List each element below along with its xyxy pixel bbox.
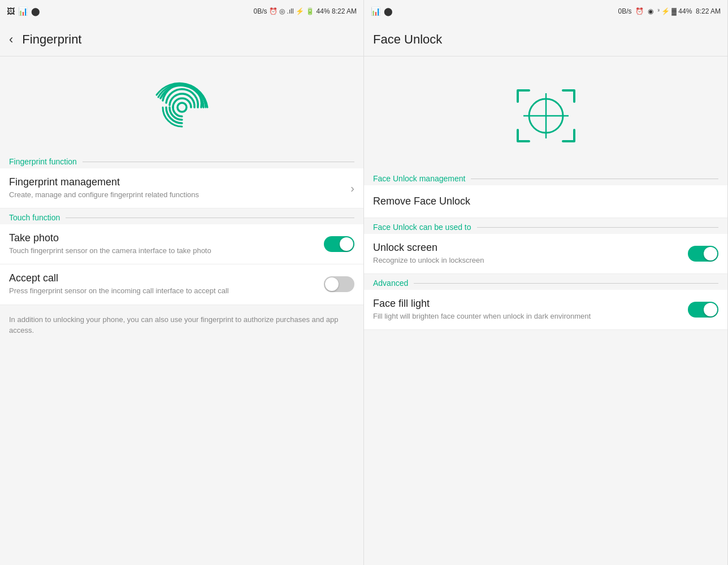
- chevron-right-icon: ›: [350, 182, 354, 195]
- remove-face-unlock-item[interactable]: Remove Face Unlock: [364, 185, 727, 218]
- fingerprint-management-item[interactable]: Fingerprint management Create, manage an…: [0, 168, 363, 208]
- fingerprint-content: Fingerprint function Fingerprint managem…: [0, 56, 363, 565]
- take-photo-item: Take photo Touch fingerprint sensor on t…: [0, 224, 363, 264]
- unlock-screen-toggle[interactable]: [688, 246, 718, 262]
- image-icon: 🖼: [7, 7, 15, 16]
- fingerprint-title: Fingerprint: [22, 32, 81, 47]
- face-scan-icon: [512, 85, 580, 147]
- fingerprint-management-text: Fingerprint management Create, manage an…: [9, 176, 345, 200]
- unlock-screen-toggle-knob: [704, 247, 717, 260]
- face-fill-light-toggle[interactable]: [688, 302, 718, 318]
- status-right-right-icons: 0B/s ⏰ ◉ ᵌ ⚡ ▓ 44% 8:22 AM: [618, 7, 721, 15]
- accept-call-title: Accept call: [9, 272, 324, 284]
- unlock-screen-item: Unlock screen Recognize to unlock in loc…: [364, 234, 727, 274]
- section-advanced: Advanced: [364, 274, 727, 290]
- take-photo-subtitle: Touch fingerprint sensor on the camera i…: [9, 246, 252, 256]
- face-unlock-header: Face Unlock: [364, 23, 727, 56]
- accept-call-toggle-knob: [325, 277, 339, 291]
- face-fill-light-text: Face fill light Fill light will brighten…: [373, 298, 688, 321]
- status-right-left-icons: 📊 ⬤: [371, 7, 393, 16]
- fingerprint-panel: 🖼 📊 ⬤ 0B/s ⏰ ◎ .ıll ⚡ 🔋 44% 8:22 AM ‹ Fi…: [0, 0, 364, 565]
- network-speed-right: 0B/s ⏰ ◉ ᵌ ⚡ ▓ 44% 8:22 AM: [618, 7, 721, 15]
- section-face-unlock-management: Face Unlock management: [364, 169, 727, 185]
- status-right-icons: 0B/s ⏰ ◎ .ıll ⚡ 🔋 44% 8:22 AM: [254, 7, 357, 15]
- network-speed: 0B/s ⏰ ◎ .ıll ⚡ 🔋 44% 8:22 AM: [254, 7, 357, 15]
- section-fingerprint-function: Fingerprint function: [0, 153, 363, 168]
- circle-icon-right: ⬤: [384, 7, 393, 16]
- face-fill-light-toggle-knob: [704, 303, 717, 316]
- accept-call-toggle[interactable]: [324, 276, 354, 292]
- unlock-screen-text: Unlock screen Recognize to unlock in loc…: [373, 242, 688, 266]
- status-left-icons: 🖼 📊 ⬤: [7, 7, 40, 16]
- fingerprint-icon: [148, 73, 216, 141]
- activity-icon: 📊: [18, 7, 28, 16]
- section-face-unlock-use: Face Unlock can be used to: [364, 218, 727, 234]
- accept-call-subtitle: Press fingerprint sensor on the incoming…: [9, 286, 252, 296]
- face-fill-light-item: Face fill light Fill light will brighten…: [364, 290, 727, 330]
- section-touch-function: Touch function: [0, 208, 363, 224]
- status-bar-right: 📊 ⬤ 0B/s ⏰ ◉ ᵌ ⚡ ▓ 44% 8:22 AM: [364, 0, 727, 23]
- take-photo-text: Take photo Touch fingerprint sensor on t…: [9, 232, 324, 256]
- unlock-screen-title: Unlock screen: [373, 242, 688, 254]
- take-photo-title: Take photo: [9, 232, 324, 244]
- face-unlock-content: Face Unlock management Remove Face Unloc…: [364, 56, 727, 565]
- face-unlock-panel: 📊 ⬤ 0B/s ⏰ ◉ ᵌ ⚡ ▓ 44% 8:22 AM Face Unlo…: [364, 0, 728, 565]
- unlock-screen-subtitle: Recognize to unlock in lockscreen: [373, 255, 616, 266]
- face-unlock-title: Face Unlock: [373, 32, 442, 47]
- status-bar-left: 🖼 📊 ⬤ 0B/s ⏰ ◎ .ıll ⚡ 🔋 44% 8:22 AM: [0, 0, 363, 23]
- fingerprint-footer: In addition to unlocking your phone, you…: [0, 305, 363, 345]
- remove-face-unlock-label: Remove Face Unlock: [373, 195, 470, 207]
- face-unlock-icon-area: [364, 56, 727, 169]
- accept-call-item: Accept call Press fingerprint sensor on …: [0, 264, 363, 305]
- take-photo-toggle-knob: [340, 237, 353, 251]
- face-fill-light-subtitle: Fill light will brighten face counter wh…: [373, 311, 616, 321]
- fingerprint-icon-area: [0, 56, 363, 153]
- back-button[interactable]: ‹: [9, 32, 13, 47]
- take-photo-toggle[interactable]: [324, 236, 354, 252]
- fingerprint-management-subtitle: Create, manage and configure fingerprint…: [9, 190, 252, 200]
- activity-icon-right: 📊: [371, 7, 380, 16]
- face-fill-light-title: Face fill light: [373, 298, 688, 310]
- svg-point-0: [177, 103, 187, 112]
- accept-call-text: Accept call Press fingerprint sensor on …: [9, 272, 324, 296]
- circle-icon: ⬤: [31, 7, 40, 16]
- fingerprint-management-title: Fingerprint management: [9, 176, 345, 188]
- fingerprint-header: ‹ Fingerprint: [0, 23, 363, 56]
